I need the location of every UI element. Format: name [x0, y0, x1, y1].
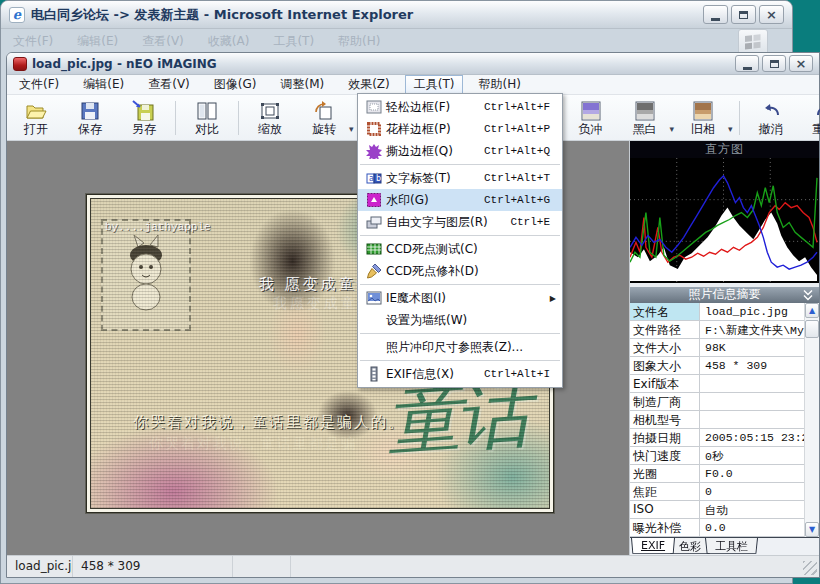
menu-item-exif-info[interactable]: EXIF信息(X) Ctrl+Alt+I — [358, 363, 562, 385]
desktop: e 电白同乡论坛 -> 发表新主题 - Microsoft Internet E… — [0, 0, 820, 584]
neo-close-button[interactable]: × — [789, 55, 813, 72]
rotate-button[interactable]: 旋转 — [297, 100, 351, 136]
torn-edge-icon — [362, 143, 386, 159]
menu-item-set-wallpaper[interactable]: 设置为墙纸(W) — [358, 309, 562, 331]
neo-menubar: 文件(F) 编辑(E) 查看(V) 图像(G) 调整(M) 效果(Z) 工具(T… — [7, 75, 819, 95]
compare-button[interactable]: 对比 — [180, 100, 234, 136]
save-as-button[interactable]: 另存 — [117, 100, 171, 136]
status-filename: load_pic.jpg — [7, 556, 73, 577]
compare-panes-icon — [195, 100, 219, 122]
menu-item-free-text-layers[interactable]: 自由文字与图层(R) Ctrl+E — [358, 211, 562, 233]
menu-item-ccd-fix[interactable]: CCD死点修补(D) — [358, 260, 562, 282]
black-white-photo-icon — [633, 100, 657, 122]
svg-text:b: b — [376, 174, 381, 183]
menu-separator — [360, 235, 560, 236]
table-row: 相机型号 — [630, 411, 819, 429]
zoom-button[interactable]: 缩放 — [243, 100, 297, 136]
neo-minimize-button[interactable] — [735, 55, 759, 72]
old-photo-dropdown-arrow[interactable]: ▾ — [728, 124, 733, 134]
scroll-up-arrow[interactable]: ▲ — [805, 303, 819, 318]
layers-icon — [362, 214, 386, 230]
neo-maximize-button[interactable] — [762, 55, 786, 72]
menu-view[interactable]: 查看(V) — [139, 75, 199, 95]
svg-text:a: a — [369, 174, 374, 183]
text-label-icon: ab — [362, 170, 386, 186]
table-row: 焦距0 — [630, 483, 819, 501]
table-row: Exif版本 — [630, 375, 819, 393]
menu-edit[interactable]: 编辑(E) — [74, 75, 133, 95]
table-row: 文件路径F:\新建文件夹\My — [630, 321, 819, 339]
ie-maximize-button[interactable] — [731, 5, 756, 24]
close-icon: × — [766, 8, 777, 21]
ie-window-title: 电白同乡论坛 -> 发表新主题 - Microsoft Internet Exp… — [31, 6, 700, 24]
resize-grip[interactable] — [803, 561, 817, 575]
minimize-icon — [711, 18, 720, 21]
ie-minimize-button[interactable] — [703, 5, 728, 24]
ie-app-icon: e — [9, 7, 25, 23]
neo-titlebar: load_pic.jpg - nEO iMAGING × — [7, 53, 819, 75]
negative-button[interactable]: 负冲 — [564, 100, 618, 136]
menu-separator — [360, 333, 560, 334]
plain-frame-icon — [362, 99, 386, 115]
save-button[interactable]: 保存 — [63, 100, 117, 136]
ie-menu-file[interactable]: 文件(F) — [13, 33, 53, 50]
table-row: 光圈F0.0 — [630, 465, 819, 483]
rotate-dropdown-arrow[interactable]: ▾ — [349, 124, 354, 134]
menu-effects[interactable]: 效果(Z) — [339, 75, 399, 95]
watermark-icon — [362, 192, 386, 208]
menu-item-print-size-chart[interactable]: 照片冲印尺寸参照表(Z)... — [358, 336, 562, 358]
menu-item-ccd-test[interactable]: CCD死点测试(C) — [358, 238, 562, 260]
ie-menu-tools[interactable]: 工具(T) — [273, 33, 314, 50]
menu-item-watermark[interactable]: 水印(G) Ctrl+Alt+G — [358, 189, 562, 211]
ccd-grid-icon — [362, 241, 386, 257]
ie-titlebar: e 电白同乡论坛 -> 发表新主题 - Microsoft Internet E… — [1, 1, 792, 29]
menu-item-easy-frame[interactable]: 轻松边框(F) Ctrl+Alt+F — [358, 96, 562, 118]
status-image-size: 458 * 309 — [73, 556, 233, 577]
menu-separator — [360, 360, 560, 361]
old-photo-button[interactable]: 旧相 — [676, 100, 730, 136]
black-white-button[interactable]: 黑白 — [618, 100, 672, 136]
menu-adjust[interactable]: 调整(M) — [271, 75, 333, 95]
menu-item-ie-magic-picture[interactable]: IE魔术图(I) ▶ — [358, 287, 562, 309]
redo-button[interactable]: 重做 — [798, 100, 820, 136]
old-photo-icon — [691, 100, 715, 122]
menu-help[interactable]: 帮助(H) — [469, 75, 529, 95]
photo-info-header: 照片信息摘要 — [630, 287, 819, 303]
table-row: 文件大小98K — [630, 339, 819, 357]
neo-window-title: load_pic.jpg - nEO iMAGING — [32, 57, 732, 71]
menu-image[interactable]: 图像(G) — [205, 75, 266, 95]
scrollbar-thumb[interactable] — [805, 320, 819, 338]
open-button[interactable]: 打开 — [9, 100, 63, 136]
ie-menu-help[interactable]: 帮助(H) — [338, 33, 380, 50]
undo-button[interactable]: 撤消 — [744, 100, 798, 136]
toolbar-separator — [238, 101, 239, 135]
table-row: 快门速度0秒 — [630, 447, 819, 465]
toolbar-separator — [175, 101, 176, 135]
scroll-down-arrow[interactable]: ▼ — [805, 522, 819, 537]
ie-menu-view[interactable]: 查看(V) — [142, 33, 184, 50]
menu-item-torn-frame[interactable]: 撕边边框(Q) Ctrl+Alt+Q — [358, 140, 562, 162]
ie-close-button[interactable]: × — [759, 5, 784, 24]
menu-item-text-label[interactable]: ab 文字标签(T) Ctrl+Alt+T — [358, 167, 562, 189]
menu-separator — [360, 164, 560, 165]
table-row: 曝光补偿0.0 — [630, 519, 819, 537]
ie-menu-favorites[interactable]: 收藏(A) — [208, 33, 250, 50]
film-strip-icon — [362, 366, 386, 382]
menu-tools[interactable]: 工具(T) — [405, 75, 464, 95]
tab-exif[interactable]: EXIF — [631, 538, 675, 555]
info-scrollbar[interactable]: ▲ ▼ — [804, 303, 819, 537]
brush-icon — [362, 263, 386, 279]
neo-app-icon — [13, 57, 27, 71]
ie-menu-edit[interactable]: 编辑(E) — [77, 33, 118, 50]
tab-toolbar[interactable]: 工具栏 — [705, 538, 758, 555]
status-panel-empty — [291, 556, 819, 577]
menu-file[interactable]: 文件(F) — [10, 75, 68, 95]
negative-photo-icon — [579, 100, 603, 122]
black-white-dropdown-arrow[interactable]: ▾ — [670, 124, 675, 134]
menu-item-fancy-frame[interactable]: 花样边框(P) Ctrl+Alt+P — [358, 118, 562, 140]
fancy-frame-icon — [362, 121, 386, 137]
collapse-chevron-icon[interactable] — [802, 289, 814, 301]
histogram-title: 直方图 — [630, 141, 819, 158]
status-panel-empty — [233, 556, 291, 577]
maximize-icon — [739, 11, 748, 19]
